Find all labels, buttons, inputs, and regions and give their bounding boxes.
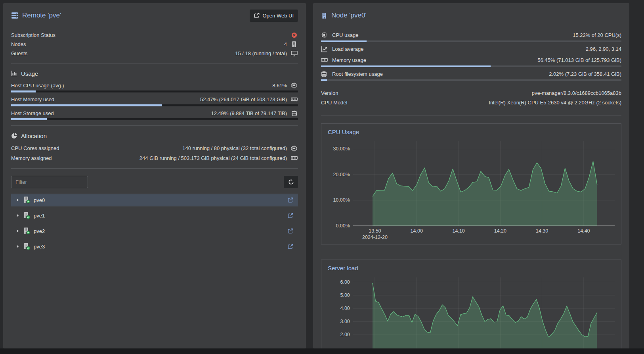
info-label: Version (321, 90, 338, 96)
stat-value: 4 (284, 41, 287, 47)
gauge-progress-bar (321, 65, 621, 67)
usage-progress-fill (11, 104, 162, 106)
gauge-label: CPU usage (332, 32, 358, 38)
gauge-value: 15.22% of 20 CPU(s) (573, 32, 621, 38)
error-circle-icon (290, 32, 298, 38)
usage-progress-bar (11, 104, 298, 106)
node-name: pve0 (34, 197, 45, 203)
remote-panel-header: Remote 'pve' Open Web UI (11, 3, 298, 28)
y-tick-label: 10.00% (333, 197, 350, 203)
usage-meter-block: Host Memory used52.47% (264.017 GiB of 5… (11, 95, 298, 106)
x-tick-label: 14:30 (536, 228, 548, 234)
desktop-icon (290, 50, 298, 57)
chart-canvas (353, 277, 615, 348)
cpu-icon (290, 145, 298, 152)
gauge-label: Root filesystem usage (332, 71, 383, 77)
gauge-label: Memory usage (332, 57, 366, 63)
usage-label-row: Host Memory used52.47% (264.017 GiB of 5… (11, 95, 298, 104)
gauge-label-row: Memory usage56.45% (71.013 GiB of 125.79… (321, 56, 621, 64)
memory-icon (321, 57, 329, 63)
node-row-pve1[interactable]: pve1 (11, 209, 298, 222)
allocation-heading-label: Allocation (21, 133, 47, 139)
node-panel: Node 'pve0' CPU usage15.22% of 20 CPU(s)… (313, 3, 629, 348)
node-row-pve0[interactable]: pve0 (11, 194, 298, 206)
x-tick-label: 13:502024-12-20 (362, 228, 388, 240)
filter-input[interactable] (11, 176, 88, 188)
usage-label: Host CPU usage (avg.) (11, 83, 64, 88)
storage-icon (290, 110, 298, 116)
remote-stat-row: Nodes4 (11, 40, 298, 49)
usage-label-row: Host Storage used12.49% (9.884 TiB of 79… (11, 109, 298, 117)
remote-panel-title: Remote 'pve' (22, 12, 61, 19)
node-online-icon (23, 196, 30, 204)
usage-label: Host Storage used (11, 110, 54, 116)
open-node-web-ui-icon[interactable] (288, 213, 293, 218)
node-panel-title: Node 'pve0' (331, 12, 367, 19)
remote-stat-row: Guests15 / 18 (running / total) (11, 49, 298, 58)
y-tick-label: 5.00 (340, 292, 350, 298)
cpu-icon (321, 32, 329, 38)
caret-right-icon (16, 244, 21, 248)
x-tick-label: 14:00 (411, 228, 423, 234)
usage-progress-bar (11, 118, 298, 120)
node-gauge: Root filesystem usage2.02% (7.23 GiB of … (321, 69, 621, 81)
allocation-label: CPU Cores assigned (11, 145, 59, 151)
open-node-web-ui-icon[interactable] (288, 244, 293, 249)
gauge-progress-bar (321, 79, 621, 81)
allocation-row: CPU Cores assigned140 running / 80 physi… (11, 143, 298, 153)
node-row-pve2[interactable]: pve2 (11, 225, 298, 237)
allocation-value: 244 GiB running / 503.173 GiB physical (… (140, 155, 287, 161)
building-icon (290, 41, 298, 48)
usage-value: 52.47% (264.017 GiB of 503.173 GiB) (200, 96, 287, 102)
open-node-web-ui-icon[interactable] (288, 197, 293, 203)
building-icon (321, 12, 327, 19)
y-tick-label: 30.00% (333, 146, 350, 152)
node-row-pve3[interactable]: pve3 (11, 240, 298, 253)
node-gauges: CPU usage15.22% of 20 CPU(s)Load average… (321, 31, 621, 81)
open-node-web-ui-icon[interactable] (288, 228, 293, 234)
node-online-icon (23, 212, 30, 219)
refresh-button[interactable] (284, 176, 298, 188)
gauge-label-row: Load average2.96, 2.90, 3.14 (321, 44, 621, 53)
chart-x-axis: 13:502024-12-2014:0014:1014:2014:3014:40 (328, 226, 615, 241)
node-gauge: CPU usage15.22% of 20 CPU(s) (321, 31, 621, 42)
chart-title: CPU Usage (328, 129, 615, 137)
line-chart-icon (321, 46, 329, 52)
usage-meter-block: Host CPU usage (avg.)8.61% (11, 81, 298, 92)
server-stack-icon (11, 12, 18, 19)
open-web-ui-label: Open Web UI (262, 13, 294, 19)
app-root: Remote 'pve' Open Web UI Subscription St… (0, 0, 644, 348)
x-tick-label: 14:20 (494, 228, 506, 234)
caret-right-icon (16, 214, 21, 217)
open-web-ui-button[interactable]: Open Web UI (250, 10, 298, 22)
allocation-section-heading: Allocation (11, 131, 298, 140)
usage-heading-label: Usage (21, 70, 38, 77)
node-gauge: Memory usage56.45% (71.013 GiB of 125.79… (321, 56, 621, 67)
separator (11, 125, 298, 126)
memory-icon (290, 155, 298, 162)
usage-label-row: Host CPU usage (avg.)8.61% (11, 81, 298, 90)
y-tick-label: 4.00 (340, 306, 350, 311)
gauge-label: Load average (332, 46, 364, 52)
pie-chart-icon (11, 133, 17, 139)
gauge-label-row: Root filesystem usage2.02% (7.23 GiB of … (321, 69, 621, 78)
node-info-row: Versionpve-manager/8.3.0/c1689ccb1065a83… (321, 88, 621, 98)
node-gauge: Load average2.96, 2.90, 3.14 (321, 44, 621, 53)
allocation-row: Memory assigned244 GiB running / 503.173… (11, 153, 298, 163)
allocation-label: Memory assigned (11, 155, 52, 161)
gauge-progress-bar (321, 40, 621, 42)
node-list: pve0pve1pve2pve3 (11, 194, 298, 253)
gauge-progress-fill (321, 65, 491, 67)
storage-icon (321, 71, 329, 77)
memory-icon (290, 96, 298, 103)
remote-stat-row: Subscription Status (11, 31, 298, 40)
node-info-row: CPU ModelIntel(R) Xeon(R) CPU E5-2630 v4… (321, 98, 621, 107)
bottom-strip (0, 348, 644, 354)
usage-value: 8.61% (272, 83, 287, 88)
refresh-icon (288, 179, 294, 185)
chart-y-axis: 30.00%20.00%10.00%0.00% (328, 141, 353, 226)
x-tick-label: 14:10 (452, 228, 464, 234)
remote-panel: Remote 'pve' Open Web UI Subscription St… (3, 3, 306, 348)
stat-label: Subscription Status (11, 32, 55, 38)
node-online-icon (23, 227, 30, 235)
